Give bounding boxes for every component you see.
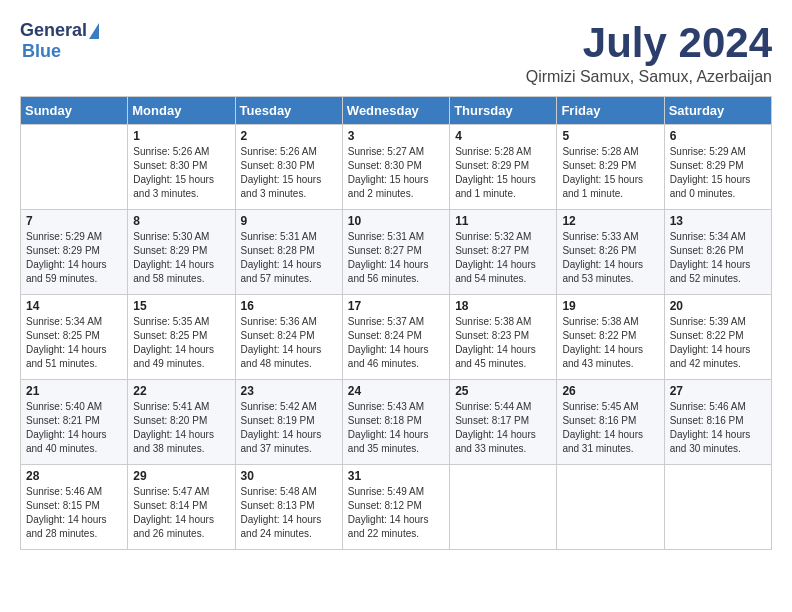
page-header: General Blue July 2024 Qirmizi Samux, Sa…	[20, 20, 772, 86]
day-number: 16	[241, 299, 337, 313]
day-info: Sunrise: 5:45 AMSunset: 8:16 PMDaylight:…	[562, 400, 658, 456]
calendar-cell: 16Sunrise: 5:36 AMSunset: 8:24 PMDayligh…	[235, 295, 342, 380]
title-block: July 2024 Qirmizi Samux, Samux, Azerbaij…	[526, 20, 772, 86]
day-info: Sunrise: 5:48 AMSunset: 8:13 PMDaylight:…	[241, 485, 337, 541]
day-number: 31	[348, 469, 444, 483]
month-year-title: July 2024	[526, 20, 772, 66]
day-info: Sunrise: 5:46 AMSunset: 8:16 PMDaylight:…	[670, 400, 766, 456]
calendar-cell: 15Sunrise: 5:35 AMSunset: 8:25 PMDayligh…	[128, 295, 235, 380]
calendar-table: SundayMondayTuesdayWednesdayThursdayFrid…	[20, 96, 772, 550]
logo-blue: Blue	[22, 41, 61, 61]
weekday-header-thursday: Thursday	[450, 97, 557, 125]
day-info: Sunrise: 5:47 AMSunset: 8:14 PMDaylight:…	[133, 485, 229, 541]
day-info: Sunrise: 5:44 AMSunset: 8:17 PMDaylight:…	[455, 400, 551, 456]
calendar-cell: 6Sunrise: 5:29 AMSunset: 8:29 PMDaylight…	[664, 125, 771, 210]
calendar-cell: 24Sunrise: 5:43 AMSunset: 8:18 PMDayligh…	[342, 380, 449, 465]
day-info: Sunrise: 5:30 AMSunset: 8:29 PMDaylight:…	[133, 230, 229, 286]
day-info: Sunrise: 5:41 AMSunset: 8:20 PMDaylight:…	[133, 400, 229, 456]
day-number: 10	[348, 214, 444, 228]
day-info: Sunrise: 5:28 AMSunset: 8:29 PMDaylight:…	[562, 145, 658, 201]
day-number: 15	[133, 299, 229, 313]
calendar-cell: 27Sunrise: 5:46 AMSunset: 8:16 PMDayligh…	[664, 380, 771, 465]
day-number: 17	[348, 299, 444, 313]
day-number: 23	[241, 384, 337, 398]
calendar-cell: 31Sunrise: 5:49 AMSunset: 8:12 PMDayligh…	[342, 465, 449, 550]
calendar-cell: 18Sunrise: 5:38 AMSunset: 8:23 PMDayligh…	[450, 295, 557, 380]
calendar-cell: 1Sunrise: 5:26 AMSunset: 8:30 PMDaylight…	[128, 125, 235, 210]
calendar-cell: 20Sunrise: 5:39 AMSunset: 8:22 PMDayligh…	[664, 295, 771, 380]
day-number: 28	[26, 469, 122, 483]
calendar-cell: 10Sunrise: 5:31 AMSunset: 8:27 PMDayligh…	[342, 210, 449, 295]
day-info: Sunrise: 5:42 AMSunset: 8:19 PMDaylight:…	[241, 400, 337, 456]
day-number: 12	[562, 214, 658, 228]
day-info: Sunrise: 5:31 AMSunset: 8:28 PMDaylight:…	[241, 230, 337, 286]
calendar-cell: 23Sunrise: 5:42 AMSunset: 8:19 PMDayligh…	[235, 380, 342, 465]
logo-icon	[89, 23, 99, 39]
calendar-cell: 17Sunrise: 5:37 AMSunset: 8:24 PMDayligh…	[342, 295, 449, 380]
day-info: Sunrise: 5:34 AMSunset: 8:25 PMDaylight:…	[26, 315, 122, 371]
day-number: 18	[455, 299, 551, 313]
day-number: 29	[133, 469, 229, 483]
calendar-cell: 8Sunrise: 5:30 AMSunset: 8:29 PMDaylight…	[128, 210, 235, 295]
day-info: Sunrise: 5:38 AMSunset: 8:23 PMDaylight:…	[455, 315, 551, 371]
calendar-cell: 28Sunrise: 5:46 AMSunset: 8:15 PMDayligh…	[21, 465, 128, 550]
calendar-cell: 11Sunrise: 5:32 AMSunset: 8:27 PMDayligh…	[450, 210, 557, 295]
calendar-week-row: 7Sunrise: 5:29 AMSunset: 8:29 PMDaylight…	[21, 210, 772, 295]
calendar-cell: 3Sunrise: 5:27 AMSunset: 8:30 PMDaylight…	[342, 125, 449, 210]
day-number: 27	[670, 384, 766, 398]
weekday-header-wednesday: Wednesday	[342, 97, 449, 125]
calendar-cell: 7Sunrise: 5:29 AMSunset: 8:29 PMDaylight…	[21, 210, 128, 295]
weekday-header-monday: Monday	[128, 97, 235, 125]
calendar-cell: 22Sunrise: 5:41 AMSunset: 8:20 PMDayligh…	[128, 380, 235, 465]
calendar-cell: 9Sunrise: 5:31 AMSunset: 8:28 PMDaylight…	[235, 210, 342, 295]
day-info: Sunrise: 5:28 AMSunset: 8:29 PMDaylight:…	[455, 145, 551, 201]
day-info: Sunrise: 5:33 AMSunset: 8:26 PMDaylight:…	[562, 230, 658, 286]
day-number: 9	[241, 214, 337, 228]
calendar-cell: 2Sunrise: 5:26 AMSunset: 8:30 PMDaylight…	[235, 125, 342, 210]
weekday-header-tuesday: Tuesday	[235, 97, 342, 125]
day-info: Sunrise: 5:35 AMSunset: 8:25 PMDaylight:…	[133, 315, 229, 371]
day-number: 21	[26, 384, 122, 398]
day-number: 25	[455, 384, 551, 398]
logo-general: General	[20, 20, 87, 41]
day-number: 19	[562, 299, 658, 313]
day-info: Sunrise: 5:34 AMSunset: 8:26 PMDaylight:…	[670, 230, 766, 286]
calendar-cell: 25Sunrise: 5:44 AMSunset: 8:17 PMDayligh…	[450, 380, 557, 465]
weekday-header-saturday: Saturday	[664, 97, 771, 125]
calendar-cell	[557, 465, 664, 550]
day-number: 8	[133, 214, 229, 228]
day-number: 7	[26, 214, 122, 228]
day-info: Sunrise: 5:31 AMSunset: 8:27 PMDaylight:…	[348, 230, 444, 286]
day-info: Sunrise: 5:32 AMSunset: 8:27 PMDaylight:…	[455, 230, 551, 286]
day-info: Sunrise: 5:49 AMSunset: 8:12 PMDaylight:…	[348, 485, 444, 541]
day-info: Sunrise: 5:26 AMSunset: 8:30 PMDaylight:…	[241, 145, 337, 201]
day-number: 22	[133, 384, 229, 398]
day-number: 6	[670, 129, 766, 143]
weekday-header-friday: Friday	[557, 97, 664, 125]
day-number: 24	[348, 384, 444, 398]
weekday-header-sunday: Sunday	[21, 97, 128, 125]
day-info: Sunrise: 5:40 AMSunset: 8:21 PMDaylight:…	[26, 400, 122, 456]
day-info: Sunrise: 5:26 AMSunset: 8:30 PMDaylight:…	[133, 145, 229, 201]
logo: General Blue	[20, 20, 99, 62]
calendar-week-row: 21Sunrise: 5:40 AMSunset: 8:21 PMDayligh…	[21, 380, 772, 465]
day-number: 1	[133, 129, 229, 143]
calendar-cell: 19Sunrise: 5:38 AMSunset: 8:22 PMDayligh…	[557, 295, 664, 380]
day-number: 20	[670, 299, 766, 313]
day-info: Sunrise: 5:36 AMSunset: 8:24 PMDaylight:…	[241, 315, 337, 371]
day-number: 30	[241, 469, 337, 483]
calendar-cell: 12Sunrise: 5:33 AMSunset: 8:26 PMDayligh…	[557, 210, 664, 295]
calendar-week-row: 14Sunrise: 5:34 AMSunset: 8:25 PMDayligh…	[21, 295, 772, 380]
calendar-cell	[664, 465, 771, 550]
day-number: 2	[241, 129, 337, 143]
calendar-cell: 13Sunrise: 5:34 AMSunset: 8:26 PMDayligh…	[664, 210, 771, 295]
calendar-cell: 21Sunrise: 5:40 AMSunset: 8:21 PMDayligh…	[21, 380, 128, 465]
calendar-cell	[450, 465, 557, 550]
location-subtitle: Qirmizi Samux, Samux, Azerbaijan	[526, 68, 772, 86]
day-info: Sunrise: 5:29 AMSunset: 8:29 PMDaylight:…	[26, 230, 122, 286]
day-info: Sunrise: 5:43 AMSunset: 8:18 PMDaylight:…	[348, 400, 444, 456]
day-info: Sunrise: 5:27 AMSunset: 8:30 PMDaylight:…	[348, 145, 444, 201]
day-number: 3	[348, 129, 444, 143]
calendar-week-row: 1Sunrise: 5:26 AMSunset: 8:30 PMDaylight…	[21, 125, 772, 210]
calendar-cell: 14Sunrise: 5:34 AMSunset: 8:25 PMDayligh…	[21, 295, 128, 380]
